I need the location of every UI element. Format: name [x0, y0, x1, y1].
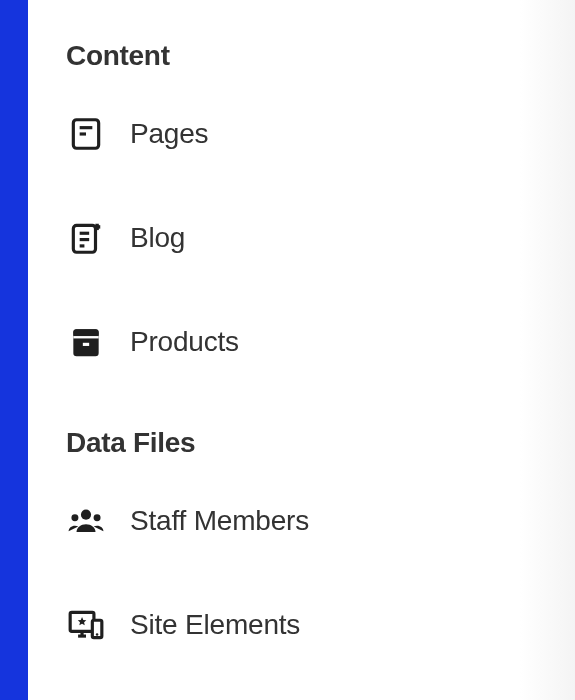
sidebar-item-label: Pages [130, 118, 208, 150]
right-fade [520, 0, 575, 700]
sidebar-item-blog[interactable]: Blog [66, 208, 520, 268]
svg-point-13 [81, 510, 91, 520]
svg-point-14 [71, 514, 78, 521]
sidebar-item-staff-members[interactable]: Staff Members [66, 491, 520, 551]
page-icon [66, 114, 106, 154]
sidebar-item-site-elements[interactable]: Site Elements [66, 595, 520, 655]
sidebar-item-label: Products [130, 326, 239, 358]
section-heading-data-files: Data Files [66, 427, 520, 459]
sidebar-item-label: Staff Members [130, 505, 309, 537]
accent-bar [0, 0, 28, 700]
section-heading-content: Content [66, 40, 520, 72]
sidebar-item-label: Site Elements [130, 609, 300, 641]
sidebar-item-pages[interactable]: Pages [66, 104, 520, 164]
section-data-files: Data Files Staff Members [66, 427, 520, 655]
blog-icon [66, 218, 106, 258]
sidebar-item-products[interactable]: Products [66, 312, 520, 372]
sidebar-nav: Content Pages [28, 0, 520, 700]
section-content: Content Pages [66, 40, 520, 372]
staff-icon [66, 501, 106, 541]
svg-point-15 [94, 514, 101, 521]
sidebar-item-label: Blog [130, 222, 185, 254]
site-elements-icon [66, 605, 106, 645]
products-icon [66, 322, 106, 362]
